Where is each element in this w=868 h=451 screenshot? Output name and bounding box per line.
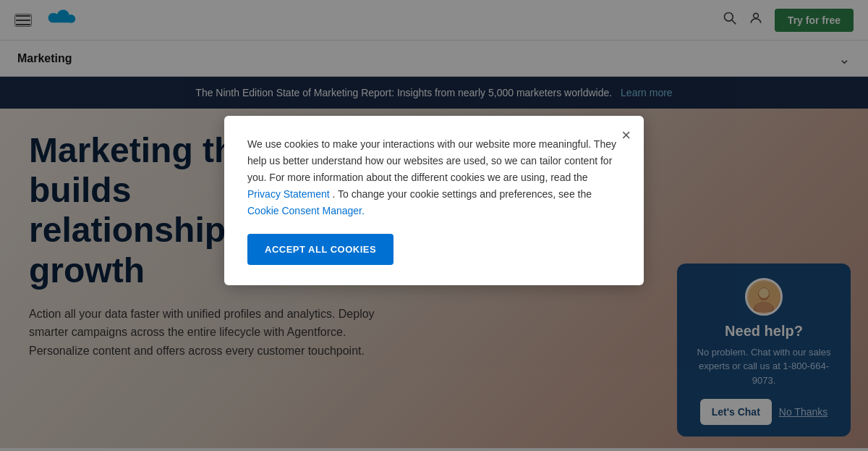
cookie-consent-manager-link[interactable]: Cookie Consent Manager. (247, 205, 365, 216)
cookie-modal-close-button[interactable]: × (621, 126, 631, 145)
cookie-modal-text: We use cookies to make your interactions… (247, 136, 621, 219)
cookie-text-part2: . To change your cookie settings and pre… (333, 188, 592, 200)
privacy-statement-link[interactable]: Privacy Statement (247, 188, 330, 200)
accept-all-cookies-button[interactable]: ACCEPT ALL COOKIES (247, 234, 393, 265)
cookie-text-part1: We use cookies to make your interactions… (247, 138, 616, 183)
cookie-consent-modal: × We use cookies to make your interactio… (224, 116, 644, 285)
